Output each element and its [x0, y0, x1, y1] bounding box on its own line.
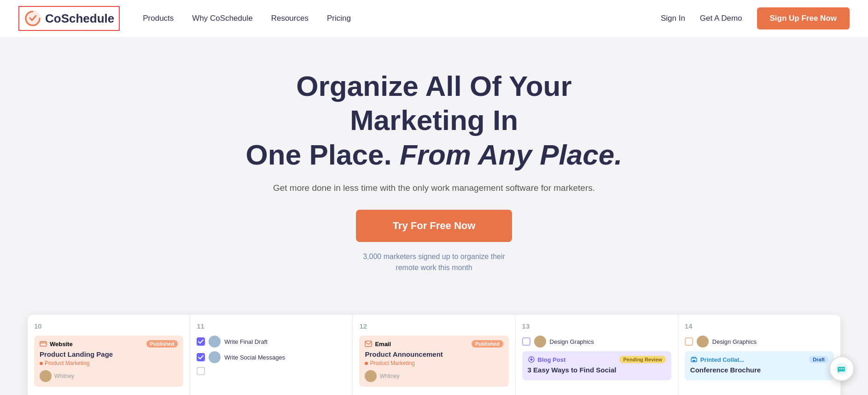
- print-type-label: Printed Collat...: [690, 356, 744, 363]
- task-row-1: Write Final Draft: [197, 336, 346, 348]
- calendar-day-14: 14 Design Graphics Printed Collat... Dra…: [678, 315, 840, 395]
- coschedule-logo-icon: [24, 10, 41, 27]
- social-proof: 3,000 marketers signed up to organize th…: [18, 251, 850, 273]
- svg-rect-8: [693, 360, 695, 361]
- day-number-14: 14: [685, 322, 834, 330]
- nav-right: Sign In Get A Demo Sign Up Free Now: [661, 7, 850, 29]
- print-card-header: Printed Collat... Draft: [690, 356, 828, 363]
- print-card[interactable]: Printed Collat... Draft Conference Broch…: [685, 351, 834, 380]
- blog-card-header: Blog Post Pending Review: [528, 356, 666, 363]
- chat-bubble[interactable]: [829, 356, 854, 381]
- svg-rect-1: [40, 342, 47, 346]
- svg-point-11: [841, 368, 842, 369]
- task-row-design-14: Design Graphics: [685, 336, 834, 348]
- published-badge: Published: [146, 340, 178, 348]
- blog-type-label: Blog Post: [528, 356, 566, 363]
- nav-pricing[interactable]: Pricing: [327, 14, 351, 23]
- avatar-5: [534, 336, 546, 348]
- svg-point-10: [839, 368, 840, 369]
- avatar-3: [209, 351, 221, 363]
- calendar-day-11: 11 Write Final Draft Write Social Messag…: [190, 315, 353, 395]
- task-text-design-13: Design Graphics: [550, 338, 594, 345]
- email-icon: [365, 341, 372, 347]
- avatar-4: [365, 370, 377, 382]
- checkbox-todo-2[interactable]: [522, 337, 530, 346]
- svg-point-5: [530, 359, 532, 361]
- hero-subtitle: Get more done in less time with the only…: [18, 183, 850, 193]
- checkmark-icon: [198, 339, 204, 344]
- blog-icon: [528, 356, 535, 363]
- email-type-label: Email: [365, 341, 391, 348]
- calendar-row: 10 Website Published Product Landing Pag…: [28, 315, 840, 395]
- task-row-3: [197, 367, 346, 375]
- website-card-title: Product Landing Page: [40, 350, 178, 358]
- checkbox-done-1[interactable]: [197, 337, 205, 346]
- calendar-day-13: 13 Design Graphics Blog Post Pending Rev…: [516, 315, 678, 395]
- task-text-design-14: Design Graphics: [712, 338, 757, 345]
- task-text-1: Write Final Draft: [224, 338, 268, 345]
- logo[interactable]: CoSchedule: [18, 6, 120, 31]
- print-card-title: Conference Brochure: [690, 366, 828, 374]
- email-card-header: Email Published: [365, 340, 503, 348]
- hero-section: Organize All Of Your Marketing In One Pl…: [0, 37, 868, 296]
- day-number-12: 12: [359, 322, 508, 330]
- draft-badge: Draft: [809, 356, 828, 363]
- sign-in-link[interactable]: Sign In: [661, 14, 685, 23]
- email-card[interactable]: Email Published Product Announcement Pro…: [359, 336, 508, 387]
- calendar-day-12: 12 Email Published Product Announcement …: [353, 315, 515, 395]
- website-card-tag: Product Marketing: [40, 360, 178, 366]
- calendar-day-10: 10 Website Published Product Landing Pag…: [28, 315, 190, 395]
- logo-text: CoSchedule: [45, 12, 114, 26]
- checkbox-todo-3[interactable]: [685, 337, 693, 346]
- email-card-tag: Product Marketing: [365, 360, 503, 366]
- card-type-label: Website: [40, 340, 73, 348]
- task-text-2: Write Social Messages: [224, 354, 285, 361]
- task-row-2: Write Social Messages: [197, 351, 346, 363]
- blog-post-card[interactable]: Blog Post Pending Review 3 Easy Ways to …: [522, 351, 671, 380]
- card-header: Website Published: [40, 340, 178, 348]
- checkbox-done-2[interactable]: [197, 353, 205, 361]
- website-icon: [40, 340, 47, 348]
- svg-point-12: [843, 368, 844, 369]
- calendar-section: 10 Website Published Product Landing Pag…: [0, 296, 868, 395]
- try-free-button[interactable]: Try For Free Now: [356, 210, 513, 242]
- task-row-design-13: Design Graphics: [522, 336, 671, 348]
- get-demo-link[interactable]: Get A Demo: [700, 14, 742, 23]
- email-published-badge: Published: [472, 340, 503, 348]
- nav-resources[interactable]: Resources: [271, 14, 309, 23]
- blog-card-title: 3 Easy Ways to Find Social: [528, 366, 666, 374]
- checkbox-todo-1[interactable]: [197, 367, 205, 375]
- avatar-6: [697, 336, 709, 348]
- website-card[interactable]: Website Published Product Landing Page P…: [34, 336, 183, 387]
- email-card-title: Product Announcement: [365, 350, 503, 358]
- hero-title: Organize All Of Your Marketing In One Pl…: [227, 69, 641, 172]
- navbar: CoSchedule Products Why CoSchedule Resou…: [0, 0, 868, 37]
- day-number-13: 13: [522, 322, 671, 330]
- avatar-2: [209, 336, 221, 348]
- day-number-11: 11: [197, 322, 346, 330]
- chat-icon: [835, 362, 848, 375]
- nav-links: Products Why CoSchedule Resources Pricin…: [143, 14, 661, 23]
- svg-rect-3: [365, 341, 372, 347]
- day-number-10: 10: [34, 322, 183, 330]
- avatar-1: [40, 370, 52, 382]
- nav-products[interactable]: Products: [143, 14, 174, 23]
- pending-badge: Pending Review: [619, 356, 665, 363]
- print-icon: [690, 356, 698, 363]
- nav-why-coschedule[interactable]: Why CoSchedule: [192, 14, 252, 23]
- signup-button[interactable]: Sign Up Free Now: [757, 7, 850, 29]
- checkmark-icon-2: [198, 355, 204, 360]
